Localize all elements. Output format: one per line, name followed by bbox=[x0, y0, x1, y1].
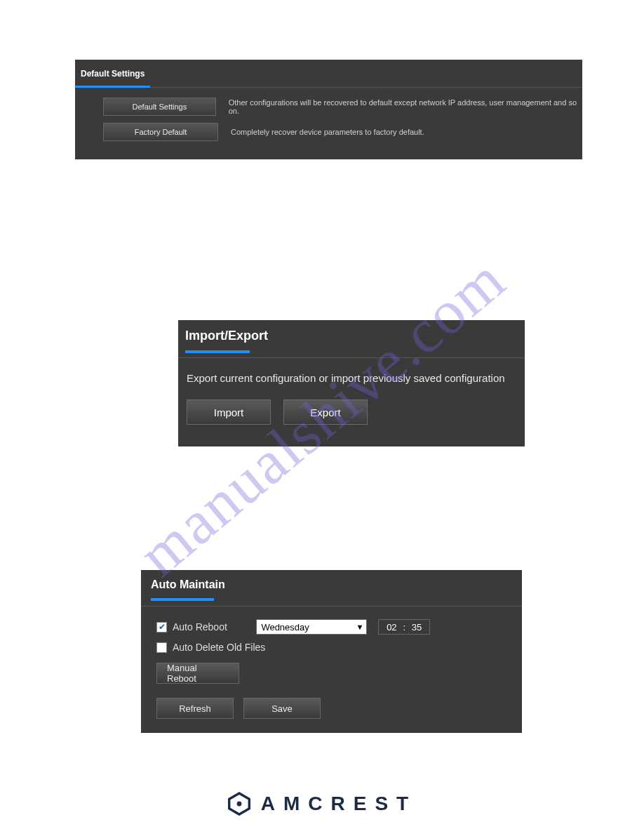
panel-title: Import/Export bbox=[185, 329, 518, 350]
panel-body: Auto Reboot Wednesday ▼ : Auto Delete Ol… bbox=[141, 607, 522, 719]
default-settings-desc: Other configurations will be recovered t… bbox=[229, 98, 582, 115]
default-settings-panel: Default Settings Default Settings Other … bbox=[75, 60, 582, 159]
panel-header: Import/Export bbox=[178, 320, 525, 358]
panel-header: Auto Maintain bbox=[141, 570, 522, 607]
factory-default-desc: Completely recover device parameters to … bbox=[231, 128, 424, 136]
amcrest-logo-icon bbox=[227, 792, 251, 816]
row-default-settings: Default Settings Other configurations wi… bbox=[103, 98, 582, 116]
button-label: Default Settings bbox=[133, 102, 187, 111]
button-label: Save bbox=[271, 703, 293, 714]
auto-delete-label: Auto Delete Old Files bbox=[173, 642, 265, 653]
row-manual-reboot: Manual Reboot bbox=[156, 660, 508, 684]
chevron-down-icon: ▼ bbox=[356, 623, 363, 631]
button-label: Refresh bbox=[179, 703, 211, 714]
button-label: Manual Reboot bbox=[167, 663, 229, 684]
refresh-button[interactable]: Refresh bbox=[156, 698, 234, 719]
svg-point-1 bbox=[236, 802, 241, 807]
tab-default-settings[interactable]: Default Settings bbox=[75, 60, 150, 88]
auto-reboot-label: Auto Reboot bbox=[173, 621, 227, 633]
auto-delete-checkbox[interactable] bbox=[156, 642, 167, 653]
save-button[interactable]: Save bbox=[243, 698, 321, 719]
import-button[interactable]: Import bbox=[187, 399, 271, 425]
button-row: Refresh Save bbox=[156, 698, 508, 719]
panel-body: Export current configuration or import p… bbox=[178, 358, 525, 425]
import-export-panel: Import/Export Export current configurati… bbox=[178, 320, 525, 446]
row-auto-delete: Auto Delete Old Files bbox=[156, 642, 508, 653]
day-select[interactable]: Wednesday ▼ bbox=[256, 619, 367, 635]
button-label: Export bbox=[310, 406, 340, 418]
auto-reboot-checkbox[interactable] bbox=[156, 622, 167, 633]
hour-input[interactable] bbox=[383, 622, 400, 633]
row-factory-default: Factory Default Completely recover devic… bbox=[103, 123, 582, 141]
button-label: Import bbox=[214, 406, 244, 418]
export-button[interactable]: Export bbox=[283, 399, 368, 425]
time-input: : bbox=[378, 619, 430, 635]
button-row: Import Export bbox=[187, 399, 518, 425]
tab-label: Default Settings bbox=[81, 64, 145, 84]
panel-title: Auto Maintain bbox=[151, 578, 512, 591]
default-settings-button[interactable]: Default Settings bbox=[103, 98, 216, 116]
manual-reboot-button[interactable]: Manual Reboot bbox=[156, 663, 239, 684]
row-auto-reboot: Auto Reboot Wednesday ▼ : bbox=[156, 619, 430, 635]
footer-logo: AMCREST bbox=[0, 792, 644, 816]
import-export-desc: Export current configuration or import p… bbox=[187, 372, 518, 384]
active-underline bbox=[151, 598, 214, 601]
select-value: Wednesday bbox=[261, 622, 309, 633]
minute-input[interactable] bbox=[408, 622, 425, 633]
auto-maintain-panel: Auto Maintain Auto Reboot Wednesday ▼ : … bbox=[141, 570, 522, 733]
brand-text: AMCREST bbox=[261, 793, 417, 815]
button-label: Factory Default bbox=[135, 128, 187, 136]
time-separator: : bbox=[403, 622, 405, 633]
active-underline bbox=[185, 350, 250, 353]
tab-strip: Default Settings bbox=[75, 60, 582, 88]
panel-body: Default Settings Other configurations wi… bbox=[75, 88, 582, 141]
factory-default-button[interactable]: Factory Default bbox=[103, 123, 218, 141]
